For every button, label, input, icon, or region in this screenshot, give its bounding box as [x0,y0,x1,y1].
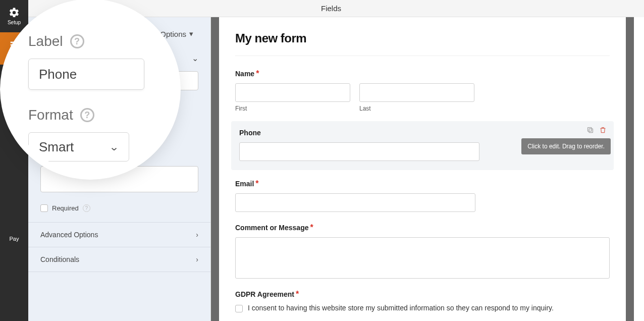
email-label: Email [235,180,254,188]
svg-rect-1 [11,44,18,46]
first-sublabel: First [235,105,350,112]
required-asterisk: * [310,223,313,232]
advanced-options-row[interactable]: Advanced Options › [28,222,210,247]
name-label: Name [235,70,254,78]
chevron-right-icon: › [196,255,198,263]
zoom-lens: Label ? Phone Format ? Smart ⌄ [7,6,174,173]
last-sublabel: Last [359,105,474,112]
help-icon[interactable]: ? [80,108,94,122]
required-label: Required [52,204,79,212]
phone-input[interactable] [239,142,479,161]
duplicate-icon[interactable] [586,126,594,134]
svg-rect-0 [11,42,18,43]
nav-setup-label: Setup [8,20,21,25]
field-name[interactable]: Name* First Last [235,69,610,112]
zoom-format-heading: Format [28,107,73,123]
description-textarea[interactable] [40,166,198,192]
form-canvas: My new form Name* First Last Phone [219,17,626,321]
trash-icon[interactable] [599,126,607,134]
required-checkbox[interactable] [40,204,48,212]
field-email[interactable]: Email* [235,179,610,212]
conditionals-row[interactable]: Conditionals › [28,247,210,272]
svg-rect-4 [588,128,592,132]
chevron-down-icon: ⌄ [109,141,119,153]
field-phone-selected[interactable]: Phone Click to edit. Drag to reorder. [231,121,614,170]
phone-label: Phone [239,129,261,137]
main-area: My new form Name* First Last Phone [211,17,634,321]
chevron-down-icon[interactable]: ⌄ [192,54,198,63]
edit-tooltip: Click to edit. Drag to reorder. [521,138,611,154]
nav-payments[interactable]: Pay [0,204,28,242]
email-input[interactable] [235,193,475,212]
nav-setup[interactable]: Setup [0,0,28,32]
last-name-input[interactable] [359,83,474,102]
form-title: My new form [235,31,610,56]
gdpr-checkbox[interactable] [235,305,243,312]
field-gdpr[interactable]: GDPR Agreement* I consent to having this… [235,290,610,312]
svg-rect-3 [589,129,593,133]
message-textarea[interactable] [235,237,610,279]
zoom-label-heading: Label [28,33,63,49]
help-icon[interactable]: ? [70,34,84,48]
topbar-title: Fields [321,4,341,13]
zoom-label-input[interactable]: Phone [28,59,144,90]
required-asterisk: * [255,179,258,188]
chevron-down-icon: ▾ [189,29,193,38]
zoom-format-select[interactable]: Smart ⌄ [28,132,129,162]
first-name-input[interactable] [235,83,350,102]
field-message[interactable]: Comment or Message* [235,223,610,279]
chevron-right-icon: › [196,231,198,239]
svg-rect-2 [11,47,18,48]
gear-icon [9,7,20,18]
right-strip [634,17,644,321]
help-icon[interactable]: ? [83,204,90,212]
gdpr-text: I consent to having this website store m… [248,304,554,312]
required-asterisk: * [256,69,259,78]
message-label: Comment or Message [235,224,308,232]
required-asterisk: * [296,290,299,298]
required-row: Required ? [28,198,210,222]
gdpr-label: GDPR Agreement [235,290,294,298]
